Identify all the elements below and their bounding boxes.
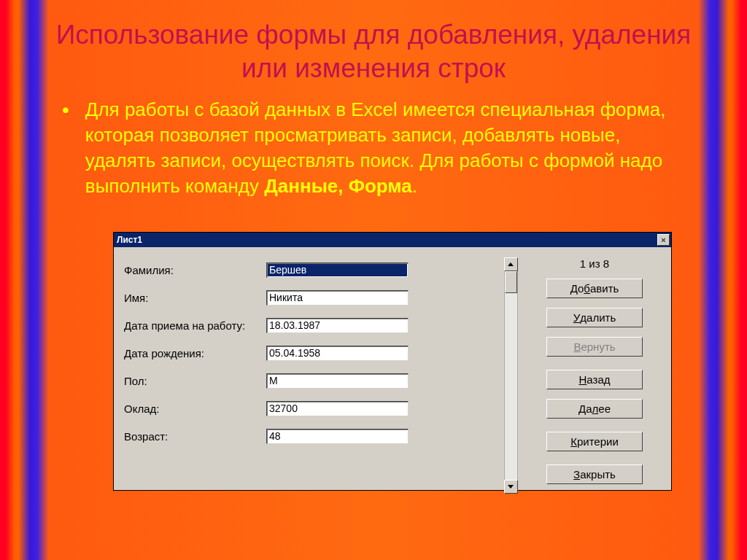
scroll-track[interactable]	[504, 271, 518, 480]
field-label: Возраст:	[124, 430, 266, 443]
btn-text-post: ернуть	[581, 341, 615, 353]
delete-button[interactable]: Удалить	[546, 308, 643, 327]
btn-accelerator: В	[573, 341, 581, 353]
field-label: Фамилия:	[124, 264, 266, 276]
record-counter: 1 из 8	[539, 256, 650, 279]
btn-text-post: ритерии	[577, 435, 619, 448]
field-row: Дата рождения:	[124, 339, 500, 367]
bullet-icon: •	[58, 97, 85, 123]
btn-text-pre: Да	[578, 402, 592, 415]
scroll-up-button[interactable]	[504, 257, 518, 271]
field-label: Пол:	[124, 375, 266, 387]
btn-accelerator: б	[584, 282, 590, 295]
criteria-button[interactable]: Критерии	[546, 432, 643, 451]
field-row: Имя:	[124, 284, 500, 311]
close-button[interactable]: Закрыть	[546, 464, 643, 484]
scroll-thumb[interactable]	[505, 271, 517, 293]
btn-text-post: азад	[587, 373, 610, 386]
field-input[interactable]	[266, 373, 409, 389]
scroll-down-button[interactable]	[504, 480, 518, 494]
field-label: Дата приема на работу:	[124, 319, 266, 332]
field-input[interactable]	[266, 318, 409, 333]
field-row: Пол:	[124, 367, 500, 394]
field-input[interactable]	[266, 346, 409, 361]
arrow-up-icon	[508, 262, 514, 266]
btn-accelerator: У	[573, 311, 581, 324]
close-icon[interactable]: ×	[657, 234, 670, 246]
paragraph-text: Для работы с базой данных в Excel имеетс…	[85, 97, 692, 199]
dialog-title: Лист1	[117, 235, 142, 245]
btn-text-pre: До	[570, 282, 584, 295]
field-input[interactable]	[266, 290, 409, 306]
field-label: Имя:	[124, 292, 266, 304]
field-row: Возраст:	[124, 422, 500, 450]
paragraph-bold: Данные, Форма	[264, 175, 411, 197]
field-input[interactable]	[266, 401, 409, 416]
prev-button[interactable]: Назад	[546, 370, 643, 389]
btn-accelerator: З	[573, 468, 580, 481]
btn-text-post: далить	[580, 311, 616, 324]
next-button[interactable]: Далее	[546, 399, 643, 419]
field-label: Дата рождения:	[124, 347, 266, 359]
field-row: Оклад:	[124, 394, 500, 422]
slide-title: Использование формы для добавления, удал…	[44, 0, 703, 93]
paragraph-end: .	[412, 175, 417, 197]
dialog-titlebar[interactable]: Лист1 ×	[114, 233, 671, 247]
field-row: Дата приема на работу:	[124, 311, 500, 339]
vertical-scrollbar[interactable]	[503, 256, 519, 494]
add-button[interactable]: Добавить	[546, 279, 643, 298]
btn-accelerator: К	[570, 435, 577, 448]
btn-text-post: акрыть	[580, 468, 616, 481]
btn-text-post: авить	[590, 282, 619, 295]
arrow-down-icon	[508, 485, 514, 489]
field-row: Фамилия:	[124, 256, 500, 284]
field-input[interactable]	[266, 429, 409, 444]
btn-accelerator: Н	[579, 373, 587, 386]
btn-accelerator: л	[592, 402, 599, 415]
field-input[interactable]	[266, 262, 409, 278]
bullet-item: • Для работы с базой данных в Excel имее…	[58, 97, 692, 199]
field-label: Оклад:	[124, 402, 266, 415]
restore-button: Вернуть	[546, 337, 643, 357]
data-form-dialog: Лист1 × Фамилия:Имя:Дата приема на работ…	[113, 232, 672, 491]
btn-text-post: ее	[598, 402, 611, 415]
